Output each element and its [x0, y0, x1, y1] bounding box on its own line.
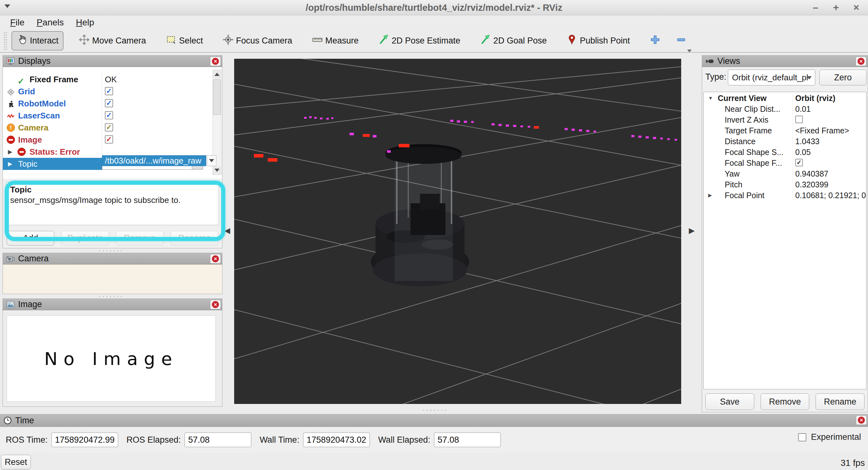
map-pin-icon: [566, 34, 577, 47]
menu-item-file[interactable]: File: [5, 17, 31, 28]
tool-button-select[interactable]: Select: [161, 32, 208, 50]
experimental-checkbox[interactable]: [798, 433, 806, 441]
collapse-left-panel-icon[interactable]: ◀: [224, 226, 230, 235]
property-label: Invert Z Axis: [725, 114, 769, 125]
display-row-grid[interactable]: Grid✓: [3, 86, 222, 97]
laser-scan-points: [254, 116, 677, 162]
views-row-focal-point[interactable]: ▶Focal Point0.10681; 0.21921; 0.1...: [704, 190, 866, 201]
scrollbar-thumb[interactable]: [213, 80, 221, 115]
displays-panel-header[interactable]: Displays ✕: [3, 56, 222, 67]
add-button[interactable]: Add: [7, 231, 54, 246]
display-value: OK: [102, 73, 117, 86]
menu-item-panels[interactable]: Panels: [31, 17, 71, 28]
tool-button-focus-camera[interactable]: Focus Camera: [218, 32, 297, 50]
enabled-checkbox[interactable]: ✓: [105, 87, 113, 95]
tool-button-add-tool[interactable]: [645, 32, 665, 50]
rename-view-button[interactable]: Rename: [815, 394, 865, 410]
views-row-invert-z-axis[interactable]: Invert Z Axis: [704, 114, 866, 125]
image-close-button[interactable]: ✕: [210, 300, 221, 309]
topic-dropdown-option[interactable]: /tb03/oakd/...w/image_raw: [102, 155, 206, 166]
views-row-distance[interactable]: Distance1.0433: [704, 136, 866, 147]
time-field-label: ROS Time:: [6, 435, 48, 445]
reset-button[interactable]: Reset: [1, 455, 31, 469]
scroll-up-icon[interactable]: [213, 70, 221, 79]
display-value: ✓: [102, 109, 113, 122]
dropdown-scroll-down-icon[interactable]: [207, 155, 216, 166]
time-field-input[interactable]: [52, 433, 118, 447]
minimize-button[interactable]: –: [810, 1, 822, 13]
remove-button[interactable]: Remove: [116, 231, 164, 246]
experimental-label: Experimental: [811, 432, 861, 442]
display-name: Camera: [18, 122, 48, 134]
render-viewport-3d[interactable]: [234, 59, 681, 404]
views-row-target-frame[interactable]: Target Frame<Fixed Frame>: [704, 125, 866, 136]
duplicate-button[interactable]: Duplicate: [61, 231, 109, 246]
camera-panel-header[interactable]: Camera ✕: [3, 253, 222, 264]
display-row-image[interactable]: Image✓: [3, 134, 222, 146]
time-field-input[interactable]: [303, 433, 370, 447]
displays-close-button[interactable]: ✕: [210, 57, 221, 66]
views-panel-title: Views: [717, 56, 740, 66]
views-close-button[interactable]: ✕: [856, 57, 866, 66]
time-field-input[interactable]: [185, 433, 251, 447]
green-arrow-icon: [480, 34, 491, 47]
views-row-pitch[interactable]: Pitch0.320399: [704, 179, 866, 190]
views-row-yaw[interactable]: Yaw0.940387: [704, 168, 866, 179]
toolbar-drag-handle[interactable]: [4, 32, 7, 50]
views-row-current-view[interactable]: ▼Current ViewOrbit (rviz): [704, 93, 866, 103]
display-row-robotmodel[interactable]: RobotModel✓: [3, 97, 222, 109]
enabled-checkbox[interactable]: ✓: [105, 111, 113, 119]
save-view-button[interactable]: Save: [705, 394, 754, 410]
tool-button-publish-point[interactable]: Publish Point: [562, 32, 634, 50]
property-value: 1.0433: [793, 136, 866, 147]
enabled-checkbox[interactable]: ✓: [105, 99, 113, 107]
time-field-input[interactable]: [434, 433, 501, 447]
expander-icon[interactable]: ▶: [8, 146, 15, 158]
splitter-handle[interactable]: ·······: [98, 292, 124, 301]
views-row-focal-shape-f-[interactable]: Focal Shape F...✓: [704, 158, 866, 168]
expander-icon[interactable]: ▶: [708, 190, 715, 201]
property-checkbox[interactable]: [795, 116, 803, 123]
tool-button-measure[interactable]: Measure: [308, 32, 363, 50]
display-value: ✓: [102, 97, 113, 109]
property-value: 0.320399: [793, 179, 866, 190]
display-row-laserscan[interactable]: LaserScan✓: [3, 109, 222, 122]
tool-button-2d-pose-estimate[interactable]: 2D Pose Estimate: [374, 32, 465, 50]
camera-view-empty: [3, 264, 222, 294]
views-row-focal-shape-s-[interactable]: Focal Shape S...0.05: [704, 147, 866, 158]
tool-button-remove-tool[interactable]: [671, 32, 691, 50]
views-row-near-clip-dist-[interactable]: Near Clip Dist...0.01: [704, 103, 866, 114]
displays-icon: [6, 57, 15, 66]
tool-button-move-camera[interactable]: Move Camera: [74, 32, 151, 50]
enabled-checkbox[interactable]: ✓: [105, 135, 113, 144]
tool-button-2d-goal-pose[interactable]: 2D Goal Pose: [476, 32, 551, 50]
display-row-fixed-frame[interactable]: ✓Fixed FrameOK: [3, 73, 222, 86]
image-panel-header[interactable]: Image ✕: [3, 299, 222, 310]
remove-view-button[interactable]: Remove: [761, 394, 810, 410]
enabled-checkbox[interactable]: ✓: [105, 123, 113, 131]
scroll-down-icon[interactable]: [213, 166, 221, 174]
time-close-button[interactable]: ✕: [856, 415, 867, 425]
menu-item-help[interactable]: Help: [71, 17, 101, 28]
display-value: ✓: [102, 86, 113, 97]
property-label: Focal Shape F...: [725, 158, 782, 168]
property-checkbox[interactable]: ✓: [795, 159, 803, 166]
maximize-button[interactable]: +: [830, 1, 842, 13]
splitter-handle[interactable]: ·······: [423, 406, 448, 414]
splitter-handle[interactable]: ·······: [98, 246, 124, 255]
expander-icon[interactable]: ▶: [8, 158, 15, 170]
tool-button-interact[interactable]: Interact: [11, 31, 64, 51]
rename-button[interactable]: Rename: [170, 231, 218, 246]
time-field: Wall Time:: [259, 433, 370, 447]
close-window-button[interactable]: ×: [850, 1, 862, 13]
time-panel-header[interactable]: Time ✕: [0, 414, 868, 427]
view-type-combobox[interactable]: Orbit (rviz_default_pl: [728, 69, 815, 86]
time-field-label: ROS Elapsed:: [126, 435, 181, 445]
collapse-right-panel-icon[interactable]: ▶: [689, 226, 694, 235]
zero-button[interactable]: Zero: [819, 69, 866, 86]
display-row-camera[interactable]: !Camera✓: [3, 122, 222, 134]
camera-close-button[interactable]: ✕: [210, 254, 221, 263]
expander-icon[interactable]: ▼: [708, 93, 715, 103]
views-panel-header[interactable]: Views ✕: [702, 56, 868, 67]
robot-icon: [7, 99, 15, 108]
